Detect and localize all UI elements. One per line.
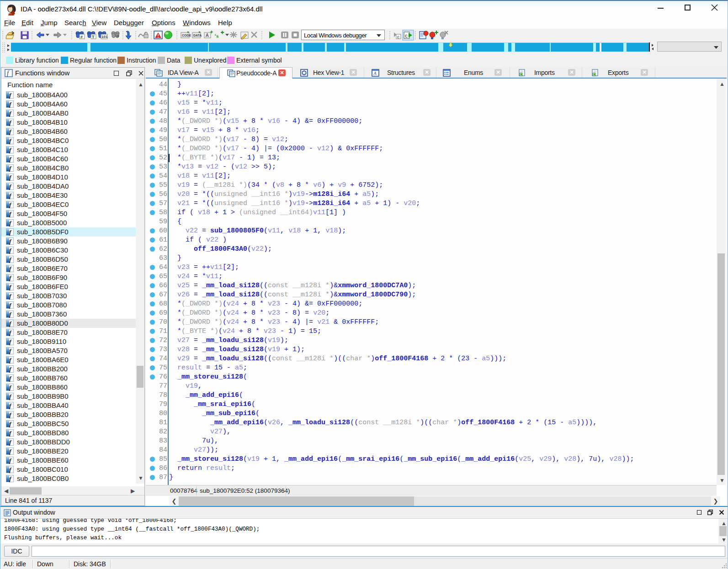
svg-text:T: T — [92, 35, 95, 39]
svg-text:A: A — [373, 71, 377, 76]
svg-text:c: c — [397, 35, 399, 39]
svg-text:c: c — [405, 33, 408, 38]
svg-text:101: 101 — [101, 35, 108, 39]
svg-text:#: # — [80, 35, 83, 39]
svg-text:DATA: DATA — [193, 34, 202, 37]
svg-text:‘s: ‘s — [214, 32, 218, 39]
svg-text:CODE: CODE — [182, 34, 191, 37]
svg-text:A: A — [206, 33, 209, 38]
